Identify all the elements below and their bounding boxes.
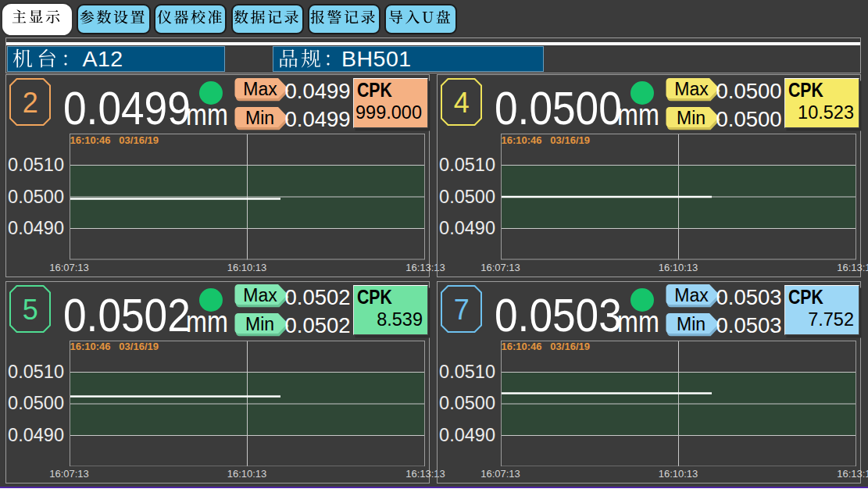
svg-text:Max: Max — [674, 285, 709, 305]
svg-text:Min: Min — [677, 107, 705, 127]
svg-text:Max: Max — [243, 78, 277, 98]
svg-text:7: 7 — [454, 293, 470, 325]
svg-text:4: 4 — [454, 87, 470, 119]
svg-text:Min: Min — [245, 314, 274, 334]
svg-text:Max: Max — [243, 285, 277, 305]
svg-text:Max: Max — [674, 78, 709, 98]
svg-text:2: 2 — [23, 87, 38, 119]
svg-text:5: 5 — [23, 293, 38, 325]
svg-text:Min: Min — [677, 314, 705, 334]
svg-text:Min: Min — [245, 107, 274, 127]
